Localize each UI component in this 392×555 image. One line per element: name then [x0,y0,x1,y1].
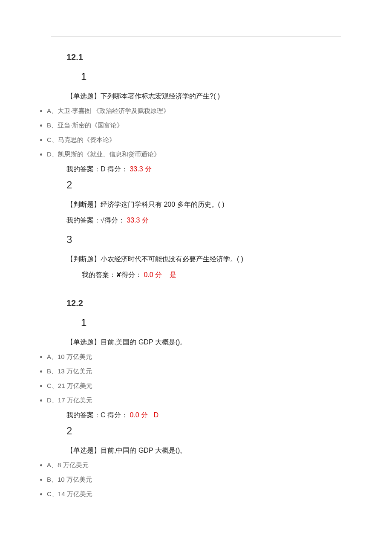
score-value: 33.3 分 [128,165,152,173]
option-text: 凯恩斯的《就业、信息和货币通论》 [58,150,160,158]
question-type-tag: 【单选题】 [66,447,101,454]
answer-value: √ [101,217,104,224]
question-text: 【单选题】目前,中国的 GDP 大概是()。 [66,446,341,455]
question-type-tag: 【单选题】 [66,92,101,100]
question-number: 1 [81,317,341,329]
option-letter: B、 [47,121,58,129]
option-item: A、10 万亿美元 [47,353,341,361]
option-letter: C、 [47,490,58,497]
option-item: D、凯恩斯的《就业、信息和货币通论》 [47,150,341,159]
section-heading: 12.1 [66,52,341,62]
question-body: 小农经济时代不可能也没有必要产生经济学。( ) [101,255,243,263]
score-value: 0.0 分 [142,271,162,278]
answer-line: 我的答案：✘得分： 0.0 分 是 [82,271,341,280]
option-letter: A、 [47,107,58,114]
question-number: 2 [66,425,341,437]
page-rule [51,37,341,37]
options-list: A、8 万亿美元 B、10 万亿美元 C、14 万亿美元 [51,461,341,498]
option-item: C、21 万亿美元 [47,382,341,390]
score-label: 得分： [106,411,128,419]
answer-line: 我的答案：D 得分： 33.3 分 [66,165,341,174]
score-label: 得分： [104,217,125,224]
option-text: 14 万亿美元 [58,490,92,497]
option-item: A、大卫·李嘉图 《政治经济学及赋税原理》 [47,107,341,115]
option-text: 马克思的《资本论》 [58,136,115,143]
option-text: 13 万亿美元 [58,367,92,375]
answer-prefix: 我的答案： [82,271,116,278]
option-letter: B、 [47,367,58,375]
question-type-tag: 【单选题】 [66,338,101,346]
option-text: 大卫·李嘉图 《政治经济学及赋税原理》 [58,107,170,114]
answer-line: 我的答案：√得分： 33.3 分 [66,216,341,225]
answer-prefix: 我的答案： [66,411,101,419]
question-text: 【判断题】小农经济时代不可能也没有必要产生经济学。( ) [66,255,341,264]
option-item: B、13 万亿美元 [47,367,341,376]
question-body: 目前,中国的 GDP 大概是()。 [101,447,187,454]
document-page: 12.1 1 【单选题】下列哪本著作标志宏观经济学的产生?( ) A、大卫·李嘉… [0,0,392,522]
question-number: 3 [66,234,341,246]
question-type-tag: 【判断题】 [66,201,101,208]
answer-prefix: 我的答案： [66,165,101,173]
option-item: A、8 万亿美元 [47,461,341,469]
question-body: 下列哪本著作标志宏观经济学的产生?( ) [101,92,220,100]
option-letter: D、 [47,150,58,158]
correct-answer-note: D [154,411,159,419]
score-value: 33.3 分 [125,217,149,224]
option-letter: B、 [47,476,58,483]
section-heading: 12.2 [66,298,341,308]
correct-answer-note: 是 [170,271,176,278]
question-body: 目前,美国的 GDP 大概是()。 [101,338,187,346]
answer-value: C [101,411,106,419]
option-item: C、马克思的《资本论》 [47,136,341,144]
option-letter: C、 [47,382,58,389]
option-text: 21 万亿美元 [58,382,92,389]
option-item: D、17 万亿美元 [47,396,341,405]
option-text: 8 万亿美元 [58,461,89,468]
options-list: A、10 万亿美元 B、13 万亿美元 C、21 万亿美元 D、17 万亿美元 [51,353,341,405]
answer-line: 我的答案：C 得分： 0.0 分 D [66,411,341,420]
option-text: 10 万亿美元 [58,476,92,483]
option-text: 17 万亿美元 [58,396,92,404]
question-number: 2 [66,179,341,191]
option-item: C、14 万亿美元 [47,490,341,498]
option-letter: C、 [47,136,58,143]
option-text: 亚当·斯密的《国富论》 [58,121,123,129]
option-item: B、10 万亿美元 [47,476,341,484]
option-item: B、亚当·斯密的《国富论》 [47,121,341,130]
answer-value: ✘ [116,271,121,278]
question-text: 【单选题】目前,美国的 GDP 大概是()。 [66,338,341,347]
score-label: 得分： [106,165,128,173]
option-letter: A、 [47,353,58,360]
question-text: 【判断题】经济学这门学科只有 200 多年的历史。( ) [66,200,341,209]
question-text: 【单选题】下列哪本著作标志宏观经济学的产生?( ) [66,92,341,101]
question-body: 经济学这门学科只有 200 多年的历史。( ) [101,201,225,208]
options-list: A、大卫·李嘉图 《政治经济学及赋税原理》 B、亚当·斯密的《国富论》 C、马克… [51,107,341,159]
answer-prefix: 我的答案： [66,217,101,224]
question-type-tag: 【判断题】 [66,255,101,263]
option-letter: D、 [47,396,58,404]
score-label: 得分： [121,271,142,278]
score-value: 0.0 分 [128,411,148,419]
answer-value: D [101,165,106,173]
option-text: 10 万亿美元 [58,353,92,360]
question-number: 1 [81,71,341,83]
option-letter: A、 [47,461,58,468]
